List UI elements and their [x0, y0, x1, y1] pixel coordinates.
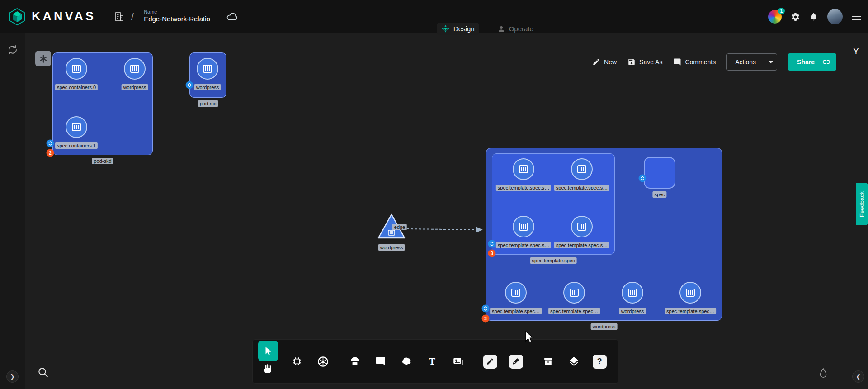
brand-title: KANVAS [32, 9, 96, 24]
node-spec-containers-1[interactable] [66, 116, 87, 138]
actions-button[interactable]: Actions [727, 54, 764, 70]
collapse-group-badge[interactable] [488, 240, 496, 248]
copy-link-button[interactable] [816, 53, 836, 71]
pen-draw-tool[interactable] [506, 352, 525, 371]
container-icon [576, 221, 588, 232]
comment-tool[interactable] [371, 352, 390, 371]
new-button-label: New [604, 58, 617, 66]
shapes-tool[interactable] [345, 352, 364, 371]
ink-drop-icon[interactable] [818, 367, 828, 381]
organization-icon[interactable] [114, 11, 125, 22]
node-wordpress-a[interactable] [124, 58, 146, 80]
node-wordpress-b[interactable] [197, 58, 218, 80]
collapse-group-badge[interactable] [639, 175, 646, 182]
collapse-arrows-icon [187, 83, 192, 88]
doodle-tool[interactable] [397, 352, 416, 371]
error-count-badge: 3 [488, 250, 496, 257]
collapse-group-badge[interactable] [482, 305, 490, 313]
group-label: spec.template.spec [530, 257, 577, 264]
collapse-arrows-icon [483, 306, 488, 311]
comment-icon [673, 58, 681, 66]
node-label: wordpress [619, 308, 646, 314]
node-label: spec.containers.1 [55, 142, 98, 149]
import-designs-tool[interactable] [538, 352, 557, 371]
mode-tabs: Design Operate [437, 23, 538, 35]
node-label: spec.containers.0 [55, 84, 98, 90]
zoom-search-icon[interactable] [37, 366, 49, 380]
session-sticker-icon[interactable]: 1 [768, 10, 782, 24]
kubernetes-wheel-icon [317, 356, 329, 368]
user-avatar[interactable] [827, 9, 843, 24]
node-spec-containers-0[interactable] [66, 58, 87, 80]
help-glyph: ? [597, 357, 602, 366]
tab-operate[interactable]: Operate [493, 23, 538, 35]
container-icon [71, 63, 82, 75]
node-label: spec.template.spec… [490, 308, 542, 314]
collapse-group-badge[interactable] [186, 81, 193, 89]
pencil-draw-tool[interactable] [481, 352, 500, 371]
container-icon [684, 287, 696, 299]
collapse-right-panel-chevron[interactable]: ❮ [852, 370, 864, 383]
actions-button-group: Actions [726, 53, 777, 71]
media-tool[interactable] [448, 352, 467, 371]
collapse-group-badge[interactable] [47, 140, 54, 147]
text-tool[interactable]: T [423, 352, 442, 371]
menu-hamburger-icon[interactable] [852, 14, 861, 20]
group-label: pod-skd [92, 158, 113, 164]
notifications-bell-icon[interactable] [809, 12, 818, 21]
hand-icon [263, 363, 274, 374]
pan-hand-tool[interactable] [263, 363, 274, 376]
canvas-widget-button[interactable] [35, 51, 51, 66]
group-label: wordpress [591, 323, 618, 330]
feedback-tab[interactable]: Feedback [856, 183, 868, 225]
pencil-tile [483, 355, 497, 369]
node-label: wordpress [122, 84, 148, 90]
archive-drawer-icon [542, 356, 554, 367]
tab-design[interactable]: Design [437, 23, 479, 35]
canvas-toolbar: New Save As Comments Actions Share [592, 53, 836, 71]
actions-dropdown-caret[interactable] [764, 54, 777, 70]
group-spec-template-spec[interactable] [492, 153, 615, 255]
cursor-arrow-icon [263, 346, 273, 356]
container-icon [568, 287, 580, 299]
new-pencil-icon [592, 58, 600, 66]
container-icon [510, 287, 522, 299]
app-header: KANVAS / Name [0, 0, 868, 33]
collaborator-initial: Y [853, 46, 859, 57]
node-tmpl-spec-3[interactable] [513, 216, 534, 237]
edge-edge-1[interactable] [407, 229, 482, 230]
new-button[interactable]: New [592, 58, 617, 66]
settings-gear-icon[interactable] [791, 12, 800, 22]
node-wordpress-c[interactable] [622, 282, 643, 304]
container-icon [576, 163, 588, 175]
container-icon [518, 163, 529, 175]
design-name-input[interactable] [144, 15, 220, 24]
component-tool[interactable] [288, 352, 307, 371]
select-cursor-tool[interactable] [258, 341, 278, 361]
save-as-button[interactable]: Save As [627, 58, 662, 66]
node-tmpl-btm-1[interactable] [505, 282, 527, 304]
node-tmpl-spec-2[interactable] [571, 158, 593, 180]
container-icon [202, 63, 213, 75]
comments-button[interactable]: Comments [673, 58, 716, 66]
container-icon [71, 121, 82, 133]
node-tmpl-btm-3[interactable] [679, 282, 701, 304]
layers-icon [568, 356, 580, 367]
node-spec[interactable] [644, 157, 675, 189]
node-tmpl-spec-1[interactable] [513, 158, 534, 180]
header-actions: 1 [768, 0, 861, 33]
kanvas-logo[interactable] [8, 8, 26, 26]
kubernetes-tool[interactable] [313, 352, 332, 371]
expand-left-panel-chevron[interactable]: ❯ [6, 370, 19, 383]
error-count-badge: 3 [482, 315, 490, 323]
layers-tool[interactable] [564, 352, 583, 371]
sync-history-icon[interactable] [7, 44, 18, 57]
left-rail: ❯ [0, 33, 25, 389]
pencil-icon [486, 357, 494, 365]
node-label: spec.template.spec.s… [554, 185, 609, 191]
save-icon [627, 58, 636, 66]
notification-count-badge: 1 [778, 8, 785, 14]
help-tool[interactable]: ? [590, 352, 609, 371]
node-tmpl-spec-4[interactable] [571, 216, 593, 237]
node-tmpl-btm-2[interactable] [563, 282, 585, 304]
